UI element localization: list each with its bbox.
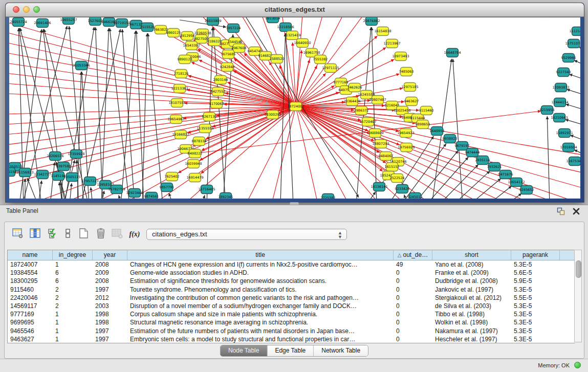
table-scrollbar[interactable]: [574, 250, 582, 342]
graph-edge[interactable]: [565, 119, 580, 126]
graph-node[interactable]: 19756928: [398, 143, 415, 152]
graph-edge[interactable]: [233, 71, 296, 106]
table-cell[interactable]: 0: [394, 269, 432, 277]
table-cell[interactable]: 6: [53, 269, 93, 277]
memory-status-icon[interactable]: [574, 362, 581, 368]
table-cell[interactable]: Estimation of significance thresholds fo…: [127, 277, 394, 285]
table-cell[interactable]: 2: [53, 286, 93, 294]
graph-edge[interactable]: [453, 59, 463, 199]
graph-node[interactable]: 15716485: [198, 185, 215, 194]
graph-node[interactable]: 18300295: [264, 111, 281, 119]
column-header-year[interactable]: year: [93, 250, 127, 260]
table-cell[interactable]: 1997: [93, 286, 127, 294]
table-cell[interactable]: 2012: [93, 294, 127, 302]
table-row[interactable]: 946362711997Embryonic stem cells: a mode…: [8, 335, 575, 343]
graph-edge[interactable]: [91, 187, 93, 199]
table-cell[interactable]: Dudbridge et al. (2008): [432, 277, 511, 285]
table-cell[interactable]: Corpus callosum shape and size in male p…: [127, 310, 394, 318]
graph-node[interactable]: 9857791: [160, 183, 175, 192]
table-cell[interactable]: 14569117: [8, 302, 53, 310]
graph-node[interactable]: 12975185: [401, 83, 418, 92]
table-cell[interactable]: 1998: [93, 310, 127, 318]
table-cell[interactable]: 1: [53, 310, 93, 318]
graph-edge[interactable]: [9, 106, 296, 145]
graph-node[interactable]: 9898653: [416, 120, 430, 129]
graph-node[interactable]: 16648784: [444, 49, 461, 57]
graph-node[interactable]: 10654112: [508, 178, 525, 187]
graph-node[interactable]: 9245652: [519, 186, 534, 194]
graph-edge[interactable]: [296, 17, 364, 106]
table-cell[interactable]: 18724007: [8, 260, 53, 269]
table-row[interactable]: 946554611997Estimation of the future num…: [8, 327, 575, 335]
graph-node[interactable]: 9227343: [556, 68, 571, 77]
graph-node[interactable]: 8471676: [498, 170, 513, 179]
minimize-window-icon[interactable]: [23, 6, 30, 13]
graph-node[interactable]: 17957223: [81, 177, 98, 186]
table-cell[interactable]: Tourette syndrome. Phenomenology and cla…: [127, 286, 394, 294]
graph-edge[interactable]: [296, 17, 302, 106]
graph-node[interactable]: 16640910: [294, 39, 311, 48]
graph-node[interactable]: 20876862: [363, 17, 380, 26]
graph-edge[interactable]: [121, 31, 136, 199]
table-settings-button[interactable]: [11, 227, 25, 242]
graph-node[interactable]: 2986372: [354, 106, 369, 115]
table-cell[interactable]: Stergiakouli et al. (2012): [432, 294, 511, 302]
graph-edge[interactable]: [579, 47, 580, 52]
table-cell[interactable]: 9699695: [8, 318, 53, 326]
table-cell[interactable]: 2: [53, 294, 93, 302]
graph-node[interactable]: 9233426: [395, 185, 410, 193]
graph-node[interactable]: 9860125: [166, 29, 181, 37]
graph-edge[interactable]: [101, 28, 108, 199]
graph-edge[interactable]: [286, 33, 293, 199]
table-cell[interactable]: Embryonic stem cells: a model to study s…: [127, 335, 394, 343]
table-cell[interactable]: 2: [53, 302, 93, 310]
graph-edge[interactable]: [567, 90, 580, 96]
table-cell[interactable]: 9115460: [8, 286, 53, 294]
graph-node[interactable]: 12218506: [277, 23, 294, 32]
graph-node[interactable]: 9938923: [443, 135, 458, 143]
table-cell[interactable]: 0: [394, 335, 432, 343]
graph-node[interactable]: 9397588: [56, 162, 71, 171]
column-visibility-button[interactable]: [28, 227, 42, 242]
graph-node[interactable]: 9115460: [419, 106, 434, 115]
graph-node[interactable]: 14136141: [371, 183, 387, 191]
table-cell[interactable]: Changes of HCN gene expression and I(f) …: [127, 260, 394, 269]
graph-node[interactable]: 8813014: [266, 17, 280, 23]
graph-node[interactable]: 8427552: [211, 87, 226, 96]
graph-edge[interactable]: [569, 74, 580, 80]
graph-node[interactable]: 18107554: [168, 99, 185, 107]
table-cell[interactable]: Investigating the contribution of common…: [127, 294, 394, 302]
graph-edge[interactable]: [570, 135, 580, 141]
graph-node[interactable]: 7932621: [487, 163, 502, 171]
delete-table-button[interactable]: [110, 227, 124, 242]
table-cell[interactable]: 5.3E-5: [511, 260, 560, 269]
table-cell[interactable]: Wolkin et al. (1998): [432, 318, 511, 326]
graph-node[interactable]: 18807293: [372, 140, 389, 148]
table-cell[interactable]: Nakamura et al. (1997): [432, 327, 511, 335]
graph-node[interactable]: 7485063: [399, 68, 414, 76]
graph-edge[interactable]: [574, 60, 580, 66]
table-cell[interactable]: 5.3E-5: [511, 302, 560, 310]
table-row[interactable]: 1830029562008Estimation of significance …: [8, 277, 575, 285]
graph-node[interactable]: 1640954: [430, 127, 445, 136]
merge-rows-button[interactable]: [61, 227, 75, 242]
table-cell[interactable]: 2008: [93, 277, 127, 285]
graph-edge[interactable]: [191, 62, 296, 106]
table-selector-dropdown[interactable]: citations_edges.txt ▲▼: [146, 229, 347, 240]
table-row[interactable]: 2242004622012Investigating the contribut…: [8, 294, 575, 302]
graph-node[interactable]: 12444134: [551, 98, 568, 107]
graph-node[interactable]: 24055724: [10, 18, 27, 27]
graph-node[interactable]: 16154838: [374, 27, 391, 36]
network-graph[interactable]: 1872400724055724206914061065525715276028…: [9, 17, 580, 199]
graph-node[interactable]: 1615152: [385, 163, 400, 171]
table-cell[interactable]: 9465546: [8, 327, 53, 335]
table-cell[interactable]: 5.3E-5: [511, 318, 560, 326]
graph-node[interactable]: 16210643: [551, 114, 568, 122]
tab-edge-table[interactable]: Edge Table: [267, 345, 314, 356]
graph-node[interactable]: 12213363: [171, 84, 188, 93]
graph-node[interactable]: 3675685: [221, 50, 236, 59]
graph-edge[interactable]: [202, 106, 296, 150]
graph-node[interactable]: 7625402: [165, 172, 180, 181]
table-cell[interactable]: 5.9E-5: [511, 277, 560, 285]
table-cell[interactable]: Hescheler et al. (1997): [432, 335, 511, 343]
